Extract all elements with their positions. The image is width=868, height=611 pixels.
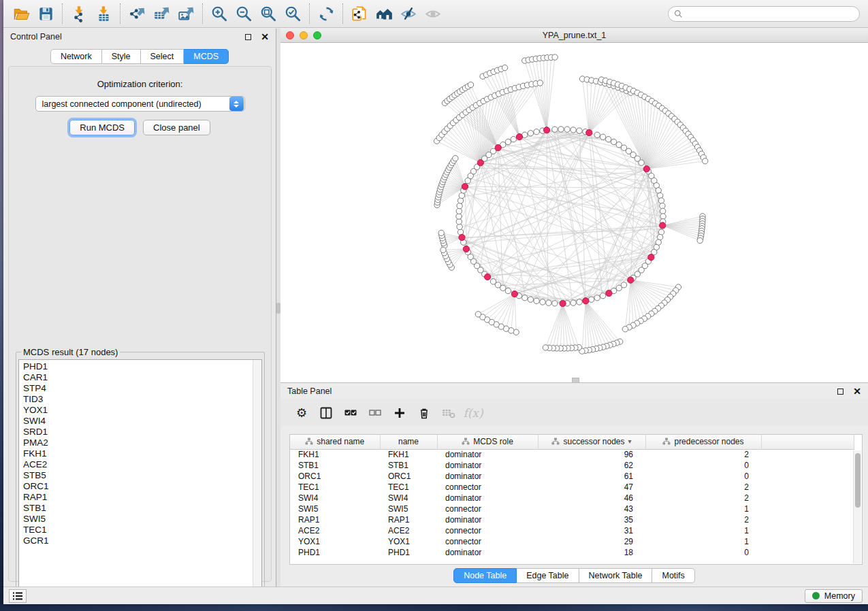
zoom-selected-icon[interactable] [280, 3, 305, 24]
table-row[interactable]: PHD1PHD1dominator180 [290, 547, 854, 558]
table-cell[interactable]: ORC1 [380, 471, 437, 482]
save-icon[interactable] [33, 3, 58, 24]
mcds-result-item[interactable]: PMA2 [23, 437, 261, 448]
leaf-node[interactable] [622, 327, 628, 332]
ring-node[interactable] [616, 285, 622, 291]
table-row[interactable]: FKH1FKH1dominator962 [290, 449, 854, 460]
trash-icon[interactable] [414, 403, 434, 423]
import-table-icon[interactable] [91, 3, 116, 24]
table-cell[interactable]: 2 [645, 493, 761, 503]
close-table-panel-icon[interactable]: ✕ [853, 388, 861, 395]
table-cell[interactable]: dominator [437, 547, 538, 558]
table-cell[interactable]: connector [437, 536, 538, 547]
table-cell[interactable]: YOX1 [380, 536, 437, 547]
export-network-icon[interactable] [125, 3, 149, 24]
table-cell[interactable]: 18 [538, 547, 645, 558]
zoom-in-icon[interactable] [207, 3, 231, 24]
table-cell[interactable]: FKH1 [290, 449, 380, 460]
table-cell[interactable]: RAP1 [380, 514, 437, 525]
close-panel-icon[interactable]: ✕ [261, 33, 269, 40]
import-network-icon[interactable] [67, 3, 91, 24]
table-row[interactable]: STB1STB1dominator620 [290, 460, 854, 471]
mcds-dominator-node[interactable] [485, 274, 491, 280]
table-row[interactable]: SWI5SWI5connector431 [290, 503, 854, 514]
table-cell[interactable]: 29 [538, 536, 645, 547]
ring-node[interactable] [600, 134, 605, 139]
column-header-MCDS-role[interactable]: MCDS role [437, 435, 538, 449]
ring-node[interactable] [564, 127, 570, 132]
column-header-name[interactable]: name [380, 435, 437, 449]
mcds-dominator-node[interactable] [586, 129, 592, 135]
ring-node[interactable] [600, 293, 605, 299]
ring-node[interactable] [658, 198, 664, 203]
table-cell[interactable]: STB1 [380, 460, 437, 471]
export-table-icon[interactable] [149, 3, 174, 24]
mcds-result-item[interactable]: ORC1 [23, 481, 261, 492]
ring-node[interactable] [534, 298, 539, 303]
ring-node[interactable] [456, 214, 462, 219]
table-cell[interactable]: 0 [645, 460, 761, 471]
gear-icon[interactable]: ⚙ [291, 403, 312, 423]
table-cell[interactable]: SWI4 [380, 493, 437, 503]
table-row[interactable]: TEC1TEC1connector472 [290, 482, 854, 493]
table-cell[interactable]: dominator [437, 493, 538, 503]
mcds-result-item[interactable]: STB1 [23, 503, 261, 514]
table-scrollbar[interactable] [853, 450, 861, 563]
leaf-node[interactable] [697, 237, 703, 243]
export-image-icon[interactable] [174, 3, 198, 24]
ring-node[interactable] [660, 208, 666, 214]
table-row[interactable]: ORC1ORC1dominator610 [290, 471, 854, 482]
ring-node[interactable] [505, 139, 511, 144]
leaf-node[interactable] [440, 247, 446, 252]
table-cell[interactable]: connector [437, 482, 538, 493]
mcds-result-item[interactable]: SWI4 [23, 416, 261, 427]
float-table-panel-icon[interactable] [837, 389, 843, 395]
mcds-dominator-node[interactable] [606, 290, 612, 296]
ring-node[interactable] [660, 214, 666, 219]
mcds-dominator-node[interactable] [463, 246, 469, 252]
table-cell[interactable]: connector [437, 525, 538, 536]
ring-node[interactable] [594, 295, 600, 301]
memory-button[interactable]: Memory [805, 589, 863, 603]
table-cell[interactable]: RAP1 [290, 514, 380, 525]
run-mcds-button[interactable]: Run MCDS [69, 120, 135, 135]
mcds-dominator-node[interactable] [643, 166, 649, 172]
tab-network[interactable]: Network [50, 49, 102, 64]
search-input[interactable] [687, 9, 854, 20]
ring-node[interactable] [611, 139, 616, 144]
table-cell[interactable]: 2 [645, 449, 761, 460]
table-cell[interactable]: 46 [538, 493, 645, 503]
ring-node[interactable] [540, 299, 545, 305]
ring-node[interactable] [457, 203, 462, 208]
mcds-dominator-node[interactable] [560, 300, 566, 306]
table-cell[interactable]: dominator [437, 514, 538, 525]
table-cell[interactable]: 1 [645, 525, 761, 536]
table-cell[interactable]: dominator [437, 449, 538, 460]
table-cell[interactable]: 1 [645, 536, 761, 547]
close-panel-button[interactable]: Close panel [143, 120, 210, 135]
ring-node[interactable] [505, 288, 511, 293]
mcds-dominator-node[interactable] [477, 160, 483, 166]
ring-node[interactable] [456, 208, 462, 214]
zoom-fit-icon[interactable] [256, 3, 280, 24]
table-cell[interactable]: 1 [645, 503, 761, 514]
table-cell[interactable]: dominator [437, 471, 538, 482]
table-row[interactable]: YOX1YOX1connector291 [290, 536, 854, 547]
task-history-button[interactable] [9, 589, 27, 603]
leaf-node[interactable] [475, 312, 481, 317]
table-cell[interactable]: FKH1 [380, 449, 437, 460]
table-cell[interactable]: 35 [538, 514, 645, 525]
table-cell[interactable]: 96 [538, 449, 645, 460]
table-cell[interactable]: STB1 [290, 460, 380, 471]
leaf-node[interactable] [453, 156, 458, 161]
ring-node[interactable] [456, 219, 462, 225]
mcds-result-item[interactable]: TEC1 [23, 525, 261, 535]
table-cell[interactable]: ACE2 [380, 525, 437, 536]
ring-node[interactable] [558, 127, 564, 132]
table-cell[interactable]: ACE2 [290, 525, 380, 536]
column-header-successor-nodes[interactable]: successor nodes▾ [538, 435, 645, 449]
ring-node[interactable] [588, 297, 594, 302]
tab-mcds[interactable]: MCDS [184, 49, 229, 64]
table-cell[interactable]: TEC1 [290, 482, 380, 493]
leaf-node[interactable] [552, 54, 558, 60]
